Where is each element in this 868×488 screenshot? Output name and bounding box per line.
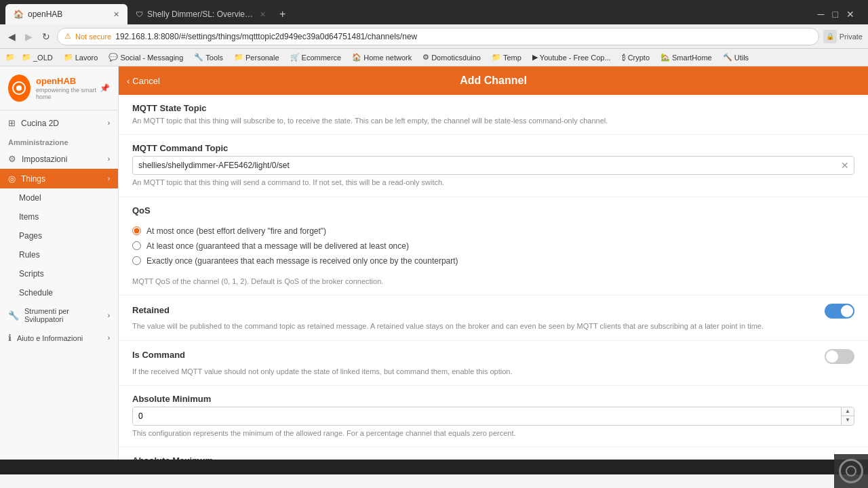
retained-slider — [825, 304, 854, 319]
bookmark-domoticsduino[interactable]: ⚙ Domoticsduino — [418, 52, 485, 62]
bookmark-ecommerce[interactable]: 🛒 Ecommerce — [286, 52, 346, 62]
forward-button[interactable]: ▶ — [22, 30, 35, 43]
mqtt-command-topic-input-wrapper: ✕ — [132, 156, 854, 175]
bookmark-smarthome[interactable]: 🏡 SmartHome — [656, 52, 716, 62]
qos-desc: MQTT QoS of the channel (0, 1, 2). Defau… — [132, 277, 854, 287]
cancel-chevron: ‹ — [127, 76, 130, 86]
tab-active[interactable]: 🏠 openHAB ✕ — [5, 4, 127, 24]
close-btn[interactable]: ✕ — [846, 9, 854, 20]
cucina-arrow: › — [108, 119, 110, 127]
aiuto-arrow: › — [108, 334, 110, 342]
back-button[interactable]: ◀ — [5, 30, 18, 43]
bookmark-lavoro[interactable]: 📁 Lavoro — [60, 52, 102, 62]
absolute-minimum-input[interactable] — [133, 407, 841, 425]
sidebar-pin-btn[interactable]: 📌 — [100, 83, 110, 93]
pages-label: Pages — [19, 231, 42, 241]
extension-icons: 🔒 Private — [823, 30, 863, 43]
bottom-logo-ring — [839, 459, 863, 474]
model-label: Model — [19, 193, 41, 203]
aiuto-icon: ℹ — [8, 333, 12, 343]
sidebar-item-scripts[interactable]: Scripts — [0, 264, 118, 283]
rules-label: Rules — [19, 250, 40, 260]
bookmark-old[interactable]: 📁 _OLD — [18, 52, 57, 62]
absolute-minimum-input-wrapper: ▲ ▼ — [132, 407, 854, 426]
bookmark-personale[interactable]: 📁 Personale — [230, 52, 283, 62]
sidebar-item-rules[interactable]: Rules — [0, 245, 118, 264]
bookmark-temp[interactable]: 📁 Temp — [488, 52, 526, 62]
tab-inactive[interactable]: 🛡 Shelly Dimmer/SL: Overview – API Ref..… — [127, 4, 274, 24]
tab2-label: Shelly Dimmer/SL: Overview – API Ref... — [147, 9, 256, 19]
absolute-minimum-label: Absolute Minimum — [132, 394, 854, 404]
content-area: ‹ Cancel Add Channel MQTT State Topic An… — [119, 66, 868, 460]
retained-toggle[interactable] — [825, 304, 854, 319]
bookmark-home-network[interactable]: 🏠 Home network — [348, 52, 416, 62]
is-command-toggle-row: Is Command — [132, 349, 854, 364]
sidebar: openHAB empowering the smart home 📌 ⊞ Cu… — [0, 66, 119, 460]
bottom-bar — [0, 460, 868, 474]
bookmark-utils[interactable]: 🔨 Utils — [719, 52, 753, 62]
sidebar-item-things[interactable]: ◎ Things › — [0, 169, 118, 188]
qos-radio-0[interactable] — [132, 226, 141, 235]
ext-icon-1[interactable]: 🔒 — [823, 30, 837, 43]
schedule-label: Schedule — [19, 288, 53, 298]
qos-section: QoS At most once (best effort delivery "… — [119, 197, 868, 296]
qos-option-2-label: Exactly once (guarantees that each messa… — [146, 256, 458, 266]
sidebar-item-model[interactable]: Model — [0, 188, 118, 207]
sidebar-item-schedule[interactable]: Schedule — [0, 283, 118, 302]
tab-bar: 🏠 openHAB ✕ 🛡 Shelly Dimmer/SL: Overview… — [0, 0, 868, 24]
bookmark-crypto[interactable]: ₿ Crypto — [618, 53, 654, 62]
mqtt-command-topic-input[interactable] — [132, 156, 854, 175]
cancel-label: Cancel — [132, 76, 159, 86]
private-label: Private — [840, 33, 863, 41]
reload-button[interactable]: ↻ — [39, 30, 53, 43]
sidebar-item-pages[interactable]: Pages — [0, 226, 118, 245]
bookmark-tools[interactable]: 🔧 Tools — [190, 52, 227, 62]
things-icon: ◎ — [8, 174, 16, 184]
sidebar-item-strumenti[interactable]: 🔧 Strumenti per Sviluppatori › — [0, 302, 118, 328]
is-command-label: Is Command — [132, 350, 185, 360]
mqtt-state-topic-desc: An MQTT topic that this thing will subsc… — [132, 116, 854, 126]
maximize-btn[interactable]: □ — [833, 9, 838, 20]
mqtt-command-topic-clear[interactable]: ✕ — [841, 160, 849, 171]
strumenti-label: Strumenti per Sviluppatori — [24, 307, 102, 323]
absolute-minimum-spinners: ▲ ▼ — [841, 407, 854, 425]
sidebar-section-amministrazione: Amministrazione — [0, 133, 118, 149]
mqtt-state-topic-label: MQTT State Topic — [132, 103, 854, 113]
sidebar-nav: ⊞ Cucina 2D › Amministrazione ⚙ Impostaz… — [0, 110, 118, 350]
is-command-toggle[interactable] — [825, 349, 854, 364]
nav-bar: ◀ ▶ ↻ ⚠ Not secure 192.168.1.8:8080/#/se… — [0, 24, 868, 49]
sidebar-item-impostazioni[interactable]: ⚙ Impostazioni › — [0, 149, 118, 169]
sidebar-item-cucina-2d[interactable]: ⊞ Cucina 2D › — [0, 113, 118, 133]
oh-logo-text-block: openHAB empowering the smart home — [36, 76, 100, 100]
qos-option-2: Exactly once (guarantees that each messa… — [132, 253, 854, 268]
cancel-button[interactable]: ‹ Cancel — [127, 76, 160, 86]
qos-label: QoS — [132, 205, 854, 216]
tab-label: openHAB — [28, 9, 62, 19]
impostazioni-label: Impostazioni — [22, 155, 67, 164]
qos-radio-2[interactable] — [132, 256, 141, 265]
absolute-maximum-label: Absolute Maximum — [132, 455, 854, 460]
tab2-close-btn[interactable]: ✕ — [260, 10, 266, 19]
sidebar-item-aiuto[interactable]: ℹ Aiuto e Informazioni › — [0, 328, 118, 348]
absolute-minimum-desc: This configuration represents the minimu… — [132, 428, 854, 439]
page-title: Add Channel — [460, 75, 527, 87]
bookmark-social[interactable]: 💬 Social - Messaging — [104, 52, 187, 62]
qos-radio-1[interactable] — [132, 241, 141, 250]
mqtt-command-topic-label: MQTT Command Topic — [132, 143, 854, 153]
absolute-minimum-up[interactable]: ▲ — [842, 407, 854, 416]
browser-chrome: 🏠 openHAB ✕ 🛡 Shelly Dimmer/SL: Overview… — [0, 0, 868, 66]
bookmark-youtube[interactable]: ▶ Youtube - Free Cop... — [528, 52, 615, 62]
new-tab-button[interactable]: + — [274, 5, 291, 23]
tab-close-btn[interactable]: ✕ — [113, 10, 119, 19]
bottom-logo-area — [834, 454, 868, 474]
cucina-label: Cucina 2D — [21, 119, 59, 128]
minimize-btn[interactable]: ─ — [818, 9, 825, 20]
retained-section: Retained The value will be published to … — [119, 296, 868, 340]
sidebar-item-items[interactable]: Items — [0, 207, 118, 226]
absolute-minimum-down[interactable]: ▼ — [842, 416, 854, 424]
address-bar[interactable]: ⚠ Not secure 192.168.1.8:8080/#/settings… — [57, 28, 819, 45]
strumenti-arrow: › — [108, 312, 110, 319]
things-arrow: › — [108, 175, 110, 182]
bookmarks-bar: 📁 📁 _OLD 📁 Lavoro 💬 Social - Messaging 🔧… — [0, 49, 868, 66]
mqtt-command-topic-section: MQTT Command Topic ✕ An MQTT topic that … — [119, 135, 868, 197]
